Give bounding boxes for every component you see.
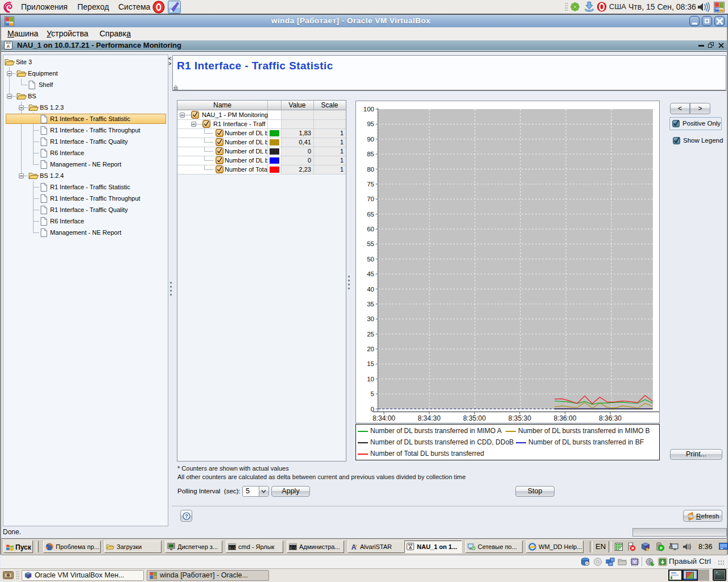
svg-text:60: 60 (367, 226, 374, 232)
svg-text:15: 15 (367, 360, 374, 367)
svg-text:100: 100 (363, 106, 374, 113)
svg-text:0: 0 (371, 406, 374, 413)
svg-text:8:36:00: 8:36:00 (553, 414, 576, 422)
svg-text:20: 20 (367, 346, 374, 352)
svg-text:8:36:30: 8:36:30 (599, 414, 622, 422)
svg-text:10: 10 (367, 376, 374, 383)
svg-text:8:34:00: 8:34:00 (373, 414, 395, 422)
svg-text:40: 40 (367, 286, 374, 293)
svg-text:65: 65 (367, 211, 374, 218)
svg-text:5: 5 (371, 390, 374, 397)
svg-text:vista: vista (715, 7, 723, 10)
svg-text:8:35:30: 8:35:30 (508, 414, 531, 422)
svg-text:?: ? (185, 513, 188, 519)
svg-text:75: 75 (367, 181, 374, 188)
svg-text:35: 35 (367, 301, 374, 307)
svg-text:50: 50 (367, 256, 374, 263)
svg-text:45: 45 (367, 271, 374, 277)
svg-text:55: 55 (367, 240, 374, 247)
svg-text:85: 85 (367, 151, 374, 157)
svg-text:A: A (351, 543, 357, 551)
svg-text:95: 95 (367, 120, 374, 127)
svg-text:V: V (633, 559, 636, 564)
svg-text:8:34:30: 8:34:30 (418, 414, 441, 422)
svg-text:70: 70 (367, 196, 374, 202)
svg-text:25: 25 (367, 331, 374, 338)
svg-text:C:\: C:\ (229, 546, 235, 550)
svg-text:30: 30 (367, 315, 374, 322)
svg-text:8:35:00: 8:35:00 (463, 414, 486, 422)
svg-text:80: 80 (367, 166, 374, 173)
svg-text:90: 90 (367, 136, 374, 143)
svg-text:C:\: C:\ (290, 546, 296, 550)
